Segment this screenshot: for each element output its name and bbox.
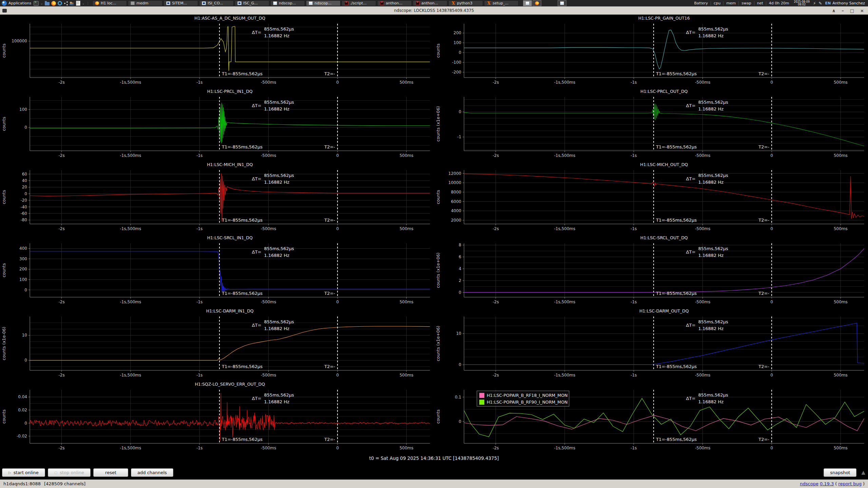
plot-canvas[interactable]: 1000-2s-1s,500ms-1s-500ms0500mscountsH1:… [0, 88, 434, 161]
svg-text:-2s: -2s [58, 446, 64, 450]
close-window-icon[interactable]: × [860, 8, 864, 13]
taskbar-window-button[interactable]: SITEM... [163, 0, 198, 6]
mini-window-button[interactable] [523, 0, 532, 6]
svg-text:-500ms: -500ms [261, 226, 276, 231]
taskbar-window-button[interactable]: ./script... [342, 0, 376, 6]
start-online-button[interactable]: ▷start online [2, 468, 45, 477]
taskbar-window-button[interactable]: anthon... [377, 0, 412, 6]
plot-panel-H1:LSC-PR_GAIN_OUT16[interactable]: 2001000-100-200-2s-1s,500ms-1s-500ms0500… [434, 15, 868, 88]
plot-canvas[interactable]: 100-2s-1s,500ms-1s-500ms0500mscounts (x1… [0, 307, 434, 381]
pen-icon[interactable]: ✎ [817, 1, 823, 6]
svg-text:ΔT=: ΔT= [686, 103, 695, 108]
taskbar-window-button[interactable]: Xsetup_... [484, 0, 519, 6]
svg-text:H1:LSC-PRCL_IN1_DQ: H1:LSC-PRCL_IN1_DQ [207, 89, 253, 94]
tray-net[interactable]: net [754, 1, 766, 5]
files-launcher-icon[interactable] [45, 2, 50, 5]
svg-text:H1:ASC-AS_A_DC_NSUM_OUT_DQ: H1:ASC-AS_A_DC_NSUM_OUT_DQ [194, 16, 265, 21]
tray-swap[interactable]: swap [739, 1, 754, 5]
svg-text:-0.02: -0.02 [17, 434, 27, 439]
taskbar-window-button[interactable]: ndscop... [270, 0, 305, 6]
svg-text:counts (x1e+06): counts (x1e+06) [436, 252, 441, 288]
tray-battery[interactable]: Battery [691, 1, 711, 5]
browser-launcher-icon[interactable] [58, 1, 62, 5]
version-link[interactable]: 0.19.3 [820, 481, 834, 486]
plot-panel-H1:LSC-MICH_OUT_DQ[interactable]: 12000100008000600040002000-2s-1s,500ms-1… [434, 161, 868, 234]
svg-text:-2s: -2s [493, 446, 499, 450]
snapshot-button[interactable]: snapshot [824, 468, 856, 477]
chevron-down-icon[interactable]: ⌄ [82, 2, 85, 5]
taskbar-window-button[interactable]: medm [128, 0, 162, 6]
maximize-window-icon[interactable]: □ [850, 8, 854, 13]
terminal-launcher-icon[interactable] [34, 1, 39, 6]
logged-in-user[interactable]: Anthony Sanchez [832, 1, 866, 5]
tray-cpu[interactable]: cpu [711, 1, 723, 5]
mini-window-button-2[interactable] [558, 0, 566, 6]
svg-text:T1=-855ms,562µs: T1=-855ms,562µs [656, 291, 697, 296]
plot-canvas[interactable]: 6040200-20-40-60-80-2s-1s,500ms-1s-500ms… [0, 161, 434, 234]
reset-button[interactable]: reset [93, 468, 128, 477]
plot-canvas[interactable]: 100-2s-1s,500ms-1s-500ms0500mscounts (x1… [434, 307, 868, 381]
svg-text:counts (x1e-06): counts (x1e-06) [1, 327, 6, 360]
taskbar-window-button[interactable]: ISC_G... [235, 0, 269, 6]
add-channels-button[interactable]: add channels [131, 468, 173, 477]
plot-panel-H1:ASC-AS_A_DC_NSUM_OUT_DQ[interactable]: 100000-2s-1s,500ms-1s-500ms0500mscountsH… [0, 15, 434, 88]
firefox-launcher-icon[interactable] [51, 1, 56, 6]
shade-window-icon[interactable]: ∧ [832, 8, 836, 13]
tray-mem[interactable]: mem [724, 1, 738, 5]
svg-text:-2s: -2s [58, 373, 64, 378]
plot-panel-H1:LSC-PRCL_OUT_DQ[interactable]: 0-1-2s-1s,500ms-1s-500ms0500mscounts (x1… [434, 88, 868, 161]
taskbar-window-button[interactable]: ISI_CO... [199, 0, 234, 6]
plot-canvas[interactable]: 2001000-100-200-2s-1s,500ms-1s-500ms0500… [434, 15, 868, 88]
plot-panel-H1:LSC-PRCL_IN1_DQ[interactable]: 1000-2s-1s,500ms-1s-500ms0500mscountsH1:… [0, 88, 434, 161]
svg-text:H1:LSC-POPAIR_B_RF18_I_NORM_MO: H1:LSC-POPAIR_B_RF18_I_NORM_MON [486, 393, 567, 398]
svg-text:T2=-: T2=- [324, 291, 335, 296]
power-icon[interactable]: ⚡ [812, 1, 817, 6]
plot-panel-H1:SQZ-LO_SERVO_ERR_OUT_DQ[interactable]: 0.040.020-0.02-2s-1s,500ms-1s-500ms0500m… [0, 381, 434, 453]
plot-panel-H1:LSC-POPAIR_B_RF18_I_NORM_MON[interactable]: 0.10-2s-1s,500ms-1s-500ms0500mscountsT1=… [434, 381, 868, 453]
plot-panel-H1:LSC-DARM_IN1_DQ[interactable]: 100-2s-1s,500ms-1s-500ms0500mscounts (x1… [0, 307, 434, 381]
svg-text:-1s: -1s [631, 153, 637, 158]
plot-canvas[interactable]: 100000-2s-1s,500ms-1s-500ms0500mscountsH… [0, 15, 434, 88]
mini-firefox-button[interactable] [533, 0, 541, 6]
notes-launcher-icon[interactable] [76, 1, 80, 6]
plot-panel-H1:LSC-MICH_IN1_DQ[interactable]: 6040200-20-40-60-80-2s-1s,500ms-1s-500ms… [0, 161, 434, 234]
svg-text:1.16882 Hz: 1.16882 Hz [264, 326, 290, 331]
users-launcher-icon[interactable] [70, 1, 74, 5]
svg-text:T2=-: T2=- [324, 437, 335, 442]
ndscope-link[interactable]: ndscope [800, 481, 818, 486]
taskbar-window-button[interactable]: H1 loc... [92, 0, 127, 6]
report-bug-link[interactable]: report bug [838, 481, 862, 486]
svg-text:100: 100 [19, 277, 27, 282]
applications-menu[interactable]: Applications [8, 1, 31, 5]
taskbar-window-button[interactable]: anthon... [413, 0, 447, 6]
expand-triangle-icon[interactable]: ▲ [861, 469, 865, 475]
svg-text:H1:LSC-SRCL_IN1_DQ: H1:LSC-SRCL_IN1_DQ [207, 235, 253, 240]
chevron-down-icon[interactable]: ⌄ [40, 2, 43, 5]
stop-online-button[interactable]: ▢stop online [48, 468, 91, 477]
svg-text:T1=-855ms,562µs: T1=-855ms,562µs [221, 364, 263, 369]
svg-text:0.02: 0.02 [18, 407, 27, 412]
plot-canvas[interactable]: 86420-2s-1s,500ms-1s-500ms0500mscounts (… [434, 234, 868, 307]
window-titlebar[interactable]: ndscope: LOCKLOSS 1438785409.4375 ∧ – □ … [0, 6, 868, 15]
plot-canvas[interactable]: 12000100008000600040002000-2s-1s,500ms-1… [434, 161, 868, 234]
plot-canvas[interactable]: 4003002001000-2s-1s,500ms-1s-500ms0500ms… [0, 234, 434, 307]
plot-canvas[interactable]: 0.10-2s-1s,500ms-1s-500ms0500mscountsT1=… [434, 381, 868, 453]
plot-panel-H1:LSC-SRCL_OUT_DQ[interactable]: 86420-2s-1s,500ms-1s-500ms0500mscounts (… [434, 234, 868, 307]
taskbar-window-button[interactable]: Xpython3 [448, 0, 483, 6]
taskbar-window-button[interactable]: ndscop... [306, 0, 341, 6]
plot-canvas[interactable]: 0.040.020-0.02-2s-1s,500ms-1s-500ms0500m… [0, 381, 434, 453]
window-button-label: python3 [457, 1, 472, 5]
distro-logo-icon[interactable] [2, 1, 7, 6]
svg-text:T2=-: T2=- [324, 218, 335, 223]
svg-text:6000: 6000 [451, 199, 461, 204]
svg-text:1.16882 Hz: 1.16882 Hz [698, 180, 724, 185]
svg-text:-200: -200 [452, 70, 461, 75]
minimize-window-icon[interactable]: – [842, 8, 844, 13]
plot-panel-H1:LSC-DARM_OUT_DQ[interactable]: 100-2s-1s,500ms-1s-500ms0500mscounts (x1… [434, 307, 868, 381]
plot-panel-H1:LSC-SRCL_IN1_DQ[interactable]: 4003002001000-2s-1s,500ms-1s-500ms0500ms… [0, 234, 434, 307]
svg-text:0: 0 [770, 153, 773, 158]
tray-clock[interactable]: 2025-08-09 08:02 [792, 1, 812, 6]
share-launcher-icon[interactable] [64, 1, 68, 5]
plot-canvas[interactable]: 0-1-2s-1s,500ms-1s-500ms0500mscounts (x1… [434, 88, 868, 161]
keyboard-layout-indicator[interactable]: EN [824, 1, 833, 5]
